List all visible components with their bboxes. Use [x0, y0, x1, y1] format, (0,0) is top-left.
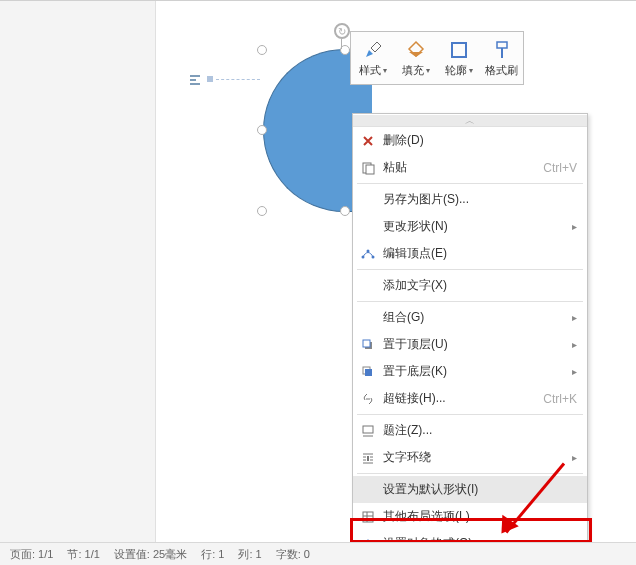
status-column[interactable]: 列: 1 — [238, 547, 261, 562]
menu-shortcut: Ctrl+K — [543, 392, 577, 406]
menu-scroll-up[interactable]: ︿ — [353, 115, 587, 127]
status-page[interactable]: 页面: 1/1 — [10, 547, 53, 562]
floating-toolbar: 样式▾ 填充▾ 轮廓▾ 格式刷 — [350, 31, 524, 85]
resize-handle-s[interactable] — [340, 206, 350, 216]
bucket-icon — [405, 39, 427, 61]
svg-rect-1 — [497, 42, 507, 48]
outline-button[interactable]: 轮廓▾ — [437, 32, 480, 84]
link-icon — [359, 390, 377, 408]
resize-handle-w[interactable] — [257, 125, 267, 135]
menu-item-caption[interactable]: 题注(Z)... — [353, 417, 587, 444]
paragraph-anchor-icon — [188, 73, 202, 87]
menu-item-change-shape[interactable]: 更改形状(N) ▸ — [353, 213, 587, 240]
menu-item-delete[interactable]: 删除(D) — [353, 127, 587, 154]
menu-separator — [357, 183, 583, 184]
svg-rect-10 — [365, 369, 372, 376]
submenu-arrow-icon: ▸ — [572, 452, 577, 463]
status-words[interactable]: 字数: 0 — [276, 547, 310, 562]
menu-item-save-as-picture[interactable]: 另存为图片(S)... — [353, 186, 587, 213]
menu-label: 删除(D) — [383, 132, 577, 149]
outline-icon — [448, 39, 470, 61]
svg-point-6 — [367, 249, 370, 252]
menu-label: 编辑顶点(E) — [383, 245, 577, 262]
menu-item-paste[interactable]: 粘贴 Ctrl+V — [353, 154, 587, 181]
anchor-line — [216, 79, 260, 80]
wrap-icon — [359, 449, 377, 467]
menu-item-text-wrapping[interactable]: 文字环绕 ▸ — [353, 444, 587, 471]
menu-label: 粘贴 — [383, 159, 543, 176]
menu-item-group[interactable]: 组合(G) ▸ — [353, 304, 587, 331]
resize-handle-nw[interactable] — [257, 45, 267, 55]
resize-handle-sw[interactable] — [257, 206, 267, 216]
svg-rect-12 — [367, 456, 369, 461]
format-painter-label: 格式刷 — [485, 63, 518, 78]
menu-item-add-text[interactable]: 添加文字(X) — [353, 272, 587, 299]
menu-label: 更改形状(N) — [383, 218, 572, 235]
delete-icon — [359, 132, 377, 150]
annotation-box — [350, 518, 592, 543]
menu-label: 另存为图片(S)... — [383, 191, 577, 208]
outline-label: 轮廓 — [445, 63, 467, 78]
page-gutter — [0, 1, 156, 543]
submenu-arrow-icon: ▸ — [572, 339, 577, 350]
menu-separator — [357, 301, 583, 302]
status-section[interactable]: 节: 1/1 — [67, 547, 99, 562]
menu-item-edit-points[interactable]: 编辑顶点(E) — [353, 240, 587, 267]
status-bar: 页面: 1/1 节: 1/1 设置值: 25毫米 行: 1 列: 1 字数: 0 — [0, 542, 636, 565]
status-line[interactable]: 行: 1 — [201, 547, 224, 562]
svg-rect-0 — [452, 43, 466, 57]
context-menu: ︿ 删除(D) 粘贴 Ctrl+V 另存为图片(S)... 更改形状(N) ▸ — [352, 113, 588, 560]
svg-rect-3 — [366, 165, 374, 174]
menu-item-hyperlink[interactable]: 超链接(H)... Ctrl+K — [353, 385, 587, 412]
menu-label: 添加文字(X) — [383, 277, 577, 294]
menu-item-send-to-back[interactable]: 置于底层(K) ▸ — [353, 358, 587, 385]
editor-panel: ↻ 样式▾ 填充▾ 轮廓▾ 格式刷 ︿ — [0, 0, 636, 542]
style-label: 样式 — [359, 63, 381, 78]
menu-label: 置于顶层(U) — [383, 336, 572, 353]
format-painter-button[interactable]: 格式刷 — [480, 32, 523, 84]
chevron-down-icon: ▾ — [426, 66, 430, 75]
anchor-dot — [207, 76, 213, 82]
chevron-down-icon: ▾ — [469, 66, 473, 75]
menu-shortcut: Ctrl+V — [543, 161, 577, 175]
brush-icon — [362, 39, 384, 61]
submenu-arrow-icon: ▸ — [572, 221, 577, 232]
menu-item-bring-to-front[interactable]: 置于顶层(U) ▸ — [353, 331, 587, 358]
send-back-icon — [359, 363, 377, 381]
svg-point-5 — [372, 255, 375, 258]
menu-label: 文字环绕 — [383, 449, 572, 466]
svg-rect-11 — [363, 426, 373, 433]
edit-points-icon — [359, 245, 377, 263]
svg-point-4 — [362, 255, 365, 258]
paste-icon — [359, 159, 377, 177]
format-painter-icon — [491, 39, 513, 61]
menu-separator — [357, 269, 583, 270]
menu-separator — [357, 414, 583, 415]
submenu-arrow-icon: ▸ — [572, 366, 577, 377]
status-setting[interactable]: 设置值: 25毫米 — [114, 547, 187, 562]
style-button[interactable]: 样式▾ — [351, 32, 394, 84]
rotate-stem — [341, 39, 342, 49]
submenu-arrow-icon: ▸ — [572, 312, 577, 323]
menu-label: 置于底层(K) — [383, 363, 572, 380]
menu-label: 组合(G) — [383, 309, 572, 326]
menu-separator — [357, 473, 583, 474]
rotate-handle[interactable]: ↻ — [334, 23, 350, 39]
fill-label: 填充 — [402, 63, 424, 78]
menu-label: 超链接(H)... — [383, 390, 543, 407]
fill-button[interactable]: 填充▾ — [394, 32, 437, 84]
svg-rect-8 — [363, 340, 370, 347]
bring-front-icon — [359, 336, 377, 354]
chevron-down-icon: ▾ — [383, 66, 387, 75]
menu-label: 题注(Z)... — [383, 422, 577, 439]
caption-icon — [359, 422, 377, 440]
